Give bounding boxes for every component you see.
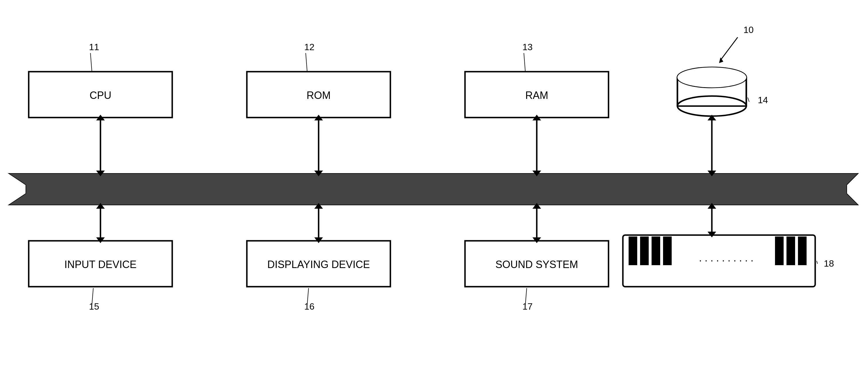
key-black-5 (775, 237, 784, 265)
diagram-container: 10 14 CPU 11 ROM 12 RAM 13 (0, 0, 868, 383)
svg-marker-1 (719, 57, 723, 63)
keyboard-dots: · · · · · · · · · · (699, 254, 753, 266)
key-black-1 (629, 237, 637, 265)
ref-15-label: 15 (89, 301, 99, 312)
key-black-2 (640, 237, 649, 265)
svg-line-7 (524, 53, 525, 71)
ref-17-label: 17 (522, 301, 533, 312)
svg-line-5 (90, 53, 92, 71)
key-black-4 (663, 237, 672, 265)
sound-system-label: SOUND SYSTEM (495, 258, 578, 270)
svg-line-0 (720, 37, 738, 60)
input-device-label: INPUT DEVICE (64, 258, 136, 270)
svg-line-4 (748, 98, 749, 102)
ref-12-label: 12 (304, 42, 315, 52)
key-black-7 (798, 237, 807, 265)
key-black-3 (652, 237, 660, 265)
ref-16-label: 16 (304, 301, 315, 312)
bus-shape (9, 173, 858, 205)
ram-label: RAM (525, 90, 548, 101)
ref-11-label: 11 (89, 42, 99, 52)
hdd-top-fill (677, 67, 746, 88)
displaying-device-label: DISPLAYING DEVICE (267, 258, 370, 270)
rom-label: ROM (307, 90, 331, 101)
svg-line-6 (306, 53, 307, 71)
svg-line-11 (817, 261, 817, 264)
ref-10-label: 10 (743, 25, 754, 35)
ref-18-label: 18 (824, 258, 834, 269)
key-black-6 (786, 237, 795, 265)
ref-14-label: 14 (758, 95, 768, 105)
cpu-label: CPU (90, 90, 112, 101)
ref-13-label: 13 (522, 42, 533, 52)
